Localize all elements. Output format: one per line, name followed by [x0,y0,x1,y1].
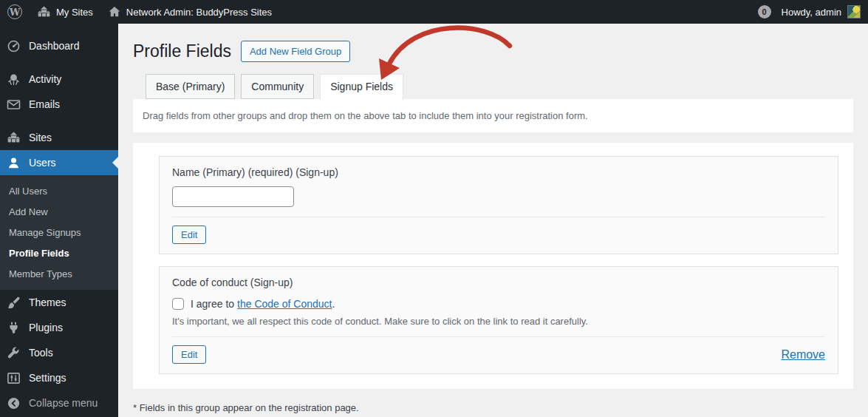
collapse-menu-label: Collapse menu [29,397,98,409]
main-content: Profile Fields Add New Field Group Base … [118,24,868,417]
tab-base-primary[interactable]: Base (Primary) [146,74,235,99]
registration-footnote: * Fields in this group appear on the reg… [133,402,853,413]
sliders-icon [6,371,21,385]
sites-icon [6,131,21,145]
sidebar-item-manage-signups[interactable]: Manage Signups [0,222,118,243]
sidebar-item-emails[interactable]: Emails [0,92,118,117]
add-new-field-group-button[interactable]: Add New Field Group [241,41,350,62]
plug-icon [6,321,21,335]
field-label: Name (Primary) (required) (Sign-up) [172,166,825,178]
edit-button[interactable]: Edit [172,345,206,364]
page-header: Profile Fields Add New Field Group [133,40,853,62]
paintbrush-icon [6,296,21,310]
wordpress-logo-icon: W [7,4,22,19]
sidebar-item-add-new[interactable]: Add New [0,201,118,222]
sidebar-label: Plugins [29,322,63,333]
sidebar-label: Dashboard [29,40,80,52]
remove-link[interactable]: Remove [781,348,825,362]
signup-tab-notice: Drag fields from other groups and drop t… [133,99,853,132]
wrench-icon [6,346,21,360]
sidebar-label: Activity [29,73,61,85]
my-sites-menu[interactable]: My Sites [30,0,100,24]
field-card-code-of-conduct: Code of conduct (Sign-up) I agree to the… [159,266,838,374]
name-field-input[interactable] [172,186,294,207]
sidebar-label: Settings [29,372,66,384]
admin-bar: W My Sites Network Admin: BuddyPress Sit… [0,0,868,24]
account-menu[interactable]: Howdy, admin [782,5,861,18]
current-item-arrow [112,157,118,169]
field-label: Code of conduct (Sign-up) [172,277,825,288]
edit-button[interactable]: Edit [172,226,206,244]
users-submenu: All Users Add New Manage Signups Profile… [0,175,118,290]
home-icon [108,5,121,18]
sidebar-label: Themes [29,296,66,308]
card-actions: Edit Remove [172,345,825,364]
sidebar-label: Users [29,157,56,169]
my-sites-icon [37,5,51,19]
card-actions: Edit [172,226,825,244]
sidebar-item-profile-fields[interactable]: Profile Fields [0,243,118,263]
sidebar-item-settings[interactable]: Settings [0,365,118,390]
menu-gap [0,24,118,33]
agree-checkbox-row: I agree to the Code of Conduct. [172,298,825,310]
user-icon [6,156,21,170]
sidebar-item-users[interactable]: Users [0,150,118,175]
dashboard-gauge-icon [6,39,21,53]
sidebar-label: Tools [29,347,53,359]
sidebar-item-tools[interactable]: Tools [0,340,118,365]
card-divider [172,217,825,217]
sidebar-item-dashboard[interactable]: Dashboard [0,33,118,58]
sidebar-item-sites[interactable]: Sites [0,125,118,150]
my-sites-label: My Sites [56,7,93,18]
sidebar-label: Emails [29,98,60,110]
howdy-label: Howdy, admin [782,7,841,18]
sidebar-item-activity[interactable]: Activity [0,67,118,92]
sidebar-item-plugins[interactable]: Plugins [0,315,118,340]
tab-community[interactable]: Community [241,74,314,99]
agree-text: I agree to the Code of Conduct. [191,298,335,310]
page-title: Profile Fields [133,41,231,61]
card-divider [172,336,825,337]
collapse-menu-button[interactable]: Collapse menu [0,390,118,416]
admin-bar-right: 0 Howdy, admin [758,0,868,24]
network-admin-label: Network Admin: BuddyPress Sites [126,7,272,18]
admin-sidebar: Dashboard Activity Emails Sites Users Al… [0,24,118,417]
collapse-arrow-icon [6,396,21,410]
field-group-tabs: Base (Primary) Community Signup Fields [133,74,853,99]
agree-checkbox[interactable] [172,298,184,310]
comments-count-badge[interactable]: 0 [758,5,771,18]
wordpress-menu[interactable]: W [0,0,30,24]
envelope-icon [6,98,21,112]
field-card-name: Name (Primary) (required) (Sign-up) Edit [159,156,838,254]
sidebar-item-member-types[interactable]: Member Types [0,263,118,284]
avatar [847,5,861,18]
admin-bar-left: W My Sites Network Admin: BuddyPress Sit… [0,0,279,24]
field-description: It's important, we all respect this code… [172,316,825,327]
network-admin-menu[interactable]: Network Admin: BuddyPress Sites [100,0,279,24]
sidebar-item-all-users[interactable]: All Users [0,180,118,201]
menu-gap [0,58,118,67]
sidebar-label: Sites [29,132,52,143]
tab-signup-fields[interactable]: Signup Fields [320,74,403,100]
code-of-conduct-link[interactable]: the Code of Conduct [237,298,332,310]
activity-icon [6,72,21,87]
field-group-panel: Name (Primary) (required) (Sign-up) Edit… [133,143,853,389]
menu-gap [0,117,118,125]
sidebar-item-themes[interactable]: Themes [0,290,118,315]
